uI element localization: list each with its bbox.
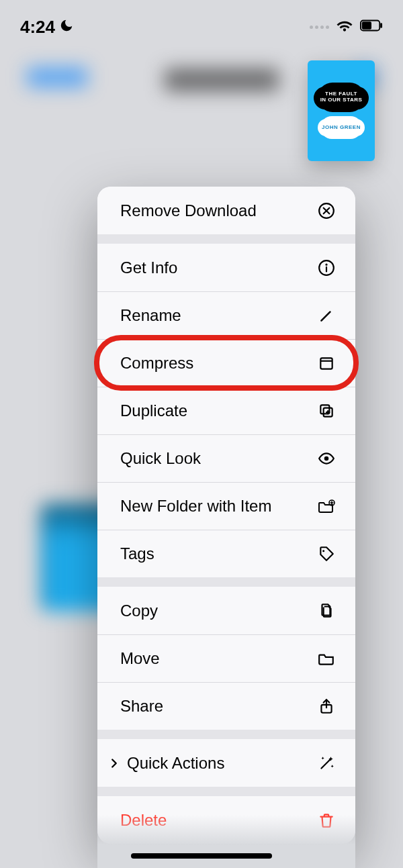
eye-icon — [316, 448, 337, 469]
menu-quick-look[interactable]: Quick Look — [97, 434, 355, 482]
x-circle-icon — [316, 201, 337, 221]
menu-item-label: Tags — [120, 544, 316, 563]
copy-icon — [316, 601, 337, 621]
share-icon — [316, 696, 337, 716]
svg-rect-6 — [320, 358, 332, 369]
info-icon — [316, 258, 337, 278]
menu-item-label: Remove Download — [120, 201, 316, 220]
menu-move[interactable]: Move — [97, 634, 355, 682]
menu-duplicate[interactable]: Duplicate — [97, 387, 355, 434]
svg-point-5 — [325, 263, 327, 265]
folder-plus-icon — [316, 496, 337, 516]
archive-box-icon — [316, 353, 337, 373]
book-title-cloud: THE FAULTIN OUR STARS — [318, 83, 365, 112]
menu-rename[interactable]: Rename — [97, 291, 355, 339]
menu-item-label: Share — [120, 697, 316, 716]
menu-quick-actions[interactable]: Quick Actions — [97, 739, 355, 787]
context-menu: Remove Download Get Info Rename Compress… — [97, 187, 355, 844]
menu-item-label: Get Info — [120, 258, 316, 277]
duplicate-icon — [316, 401, 337, 421]
svg-rect-1 — [362, 21, 371, 29]
status-time: 4:24 — [20, 17, 55, 38]
page-dots-icon — [310, 26, 329, 29]
battery-icon — [360, 19, 383, 34]
menu-item-label: Duplicate — [120, 401, 316, 420]
menu-share[interactable]: Share — [97, 682, 355, 730]
book-author-cloud: JOHN GREEN — [320, 116, 362, 139]
menu-tags[interactable]: Tags — [97, 530, 355, 577]
menu-delete[interactable]: Delete — [97, 796, 355, 844]
file-thumbnail[interactable]: THE FAULTIN OUR STARS JOHN GREEN — [308, 60, 375, 161]
menu-item-label: Copy — [120, 601, 316, 620]
menu-new-folder-with-item[interactable]: New Folder with Item — [97, 482, 355, 530]
status-bar: 4:24 — [0, 12, 403, 42]
menu-compress[interactable]: Compress — [97, 339, 355, 387]
menu-remove-download[interactable]: Remove Download — [97, 187, 355, 234]
menu-copy[interactable]: Copy — [97, 587, 355, 634]
svg-rect-2 — [380, 23, 382, 28]
menu-item-label: Delete — [120, 811, 316, 830]
wand-icon — [316, 753, 337, 773]
menu-item-label: Quick Look — [120, 449, 316, 468]
menu-divider — [97, 730, 355, 739]
tag-icon — [316, 544, 337, 564]
svg-point-9 — [324, 456, 329, 461]
moon-icon — [59, 18, 74, 36]
svg-point-11 — [322, 550, 324, 552]
menu-divider — [97, 787, 355, 796]
wifi-icon — [336, 17, 353, 37]
home-indicator — [131, 853, 272, 859]
menu-item-label: Quick Actions — [127, 754, 316, 773]
trash-icon — [316, 810, 337, 830]
chevron-right-icon — [107, 755, 122, 772]
menu-item-label: Rename — [120, 306, 316, 325]
menu-item-label: New Folder with Item — [120, 497, 316, 516]
folder-icon — [316, 648, 337, 669]
menu-get-info[interactable]: Get Info — [97, 244, 355, 291]
menu-item-label: Move — [120, 649, 316, 668]
menu-divider — [97, 234, 355, 244]
menu-item-label: Compress — [120, 354, 316, 373]
pencil-icon — [316, 305, 337, 326]
menu-divider — [97, 577, 355, 587]
